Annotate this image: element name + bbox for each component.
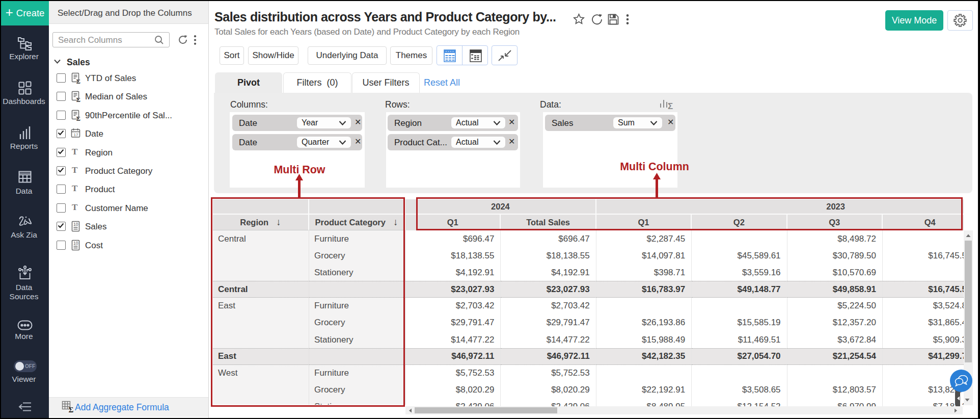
svg-text:10: 10 — [73, 222, 78, 227]
svg-text:Σ: Σ — [76, 77, 81, 84]
svg-text:Σ: Σ — [69, 406, 74, 413]
svg-text:Σ: Σ — [76, 115, 81, 121]
svg-text:17: 17 — [74, 133, 78, 137]
svg-text:Σ: Σ — [668, 101, 673, 111]
svg-text:10: 10 — [73, 241, 78, 246]
svg-text:Σ: Σ — [76, 96, 81, 102]
